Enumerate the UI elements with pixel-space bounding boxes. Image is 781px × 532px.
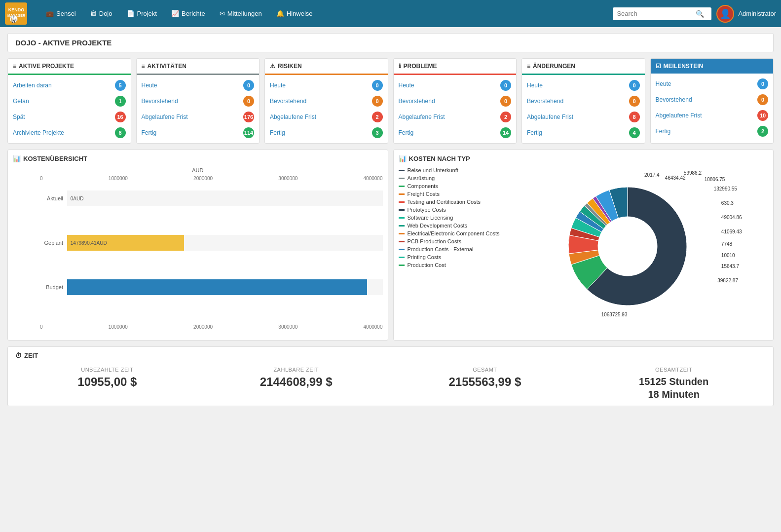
- svg-text:🥋: 🥋: [9, 15, 18, 23]
- stat-row-link[interactable]: Heute: [656, 80, 671, 87]
- stat-badge: 14: [500, 127, 511, 138]
- kostenubersicht-title: 📊 KOSTENÜBERSICHT: [13, 155, 383, 162]
- legend-label: Production Costs - External: [408, 246, 474, 252]
- donut-outer-label: 630.3: [721, 200, 734, 206]
- kostenubersicht-card: 📊 KOSTENÜBERSICHT AUD 010000002000000300…: [7, 150, 388, 341]
- stat-row-link[interactable]: Fertig: [656, 128, 671, 135]
- stat-row: Archivierte Projekte 8: [8, 125, 131, 141]
- stat-badge: 114: [243, 127, 254, 138]
- stat-badge: 0: [500, 80, 511, 91]
- stat-row-link[interactable]: Archivierte Projekte: [13, 129, 64, 136]
- stat-badge: 4: [629, 127, 640, 138]
- legend-color: [399, 217, 405, 219]
- stat-row-link[interactable]: Getan: [13, 98, 29, 105]
- stat-row-link[interactable]: Abgelaufene Frist: [270, 114, 316, 120]
- stat-row-link[interactable]: Spät: [13, 114, 25, 120]
- nav-hinweise[interactable]: 🔔 Hinweise: [270, 6, 319, 21]
- stat-row: Heute 0: [137, 77, 260, 93]
- stat-row: Fertig 114: [137, 125, 260, 141]
- user-area[interactable]: 👤 Administrator: [716, 5, 776, 23]
- stat-title: AKTIVITÄTEN: [148, 63, 186, 70]
- stat-row-link[interactable]: Bevorstehend: [142, 98, 178, 105]
- bar-row: Aktuell 0AUD: [40, 189, 383, 208]
- x-label: 0: [40, 324, 43, 330]
- stat-row-link[interactable]: Heute: [142, 82, 157, 89]
- stat-row-link[interactable]: Heute: [399, 82, 414, 89]
- legend-color: [399, 193, 405, 195]
- time-stats: UNBEZAHLTE ZEIT 10955,00 $ ZAHLBARE ZEIT…: [15, 367, 766, 401]
- stat-card-aktive_projekte: ≡ AKTIVE PROJEKTE Arbeiten daran 5 Getan…: [7, 58, 131, 144]
- stat-row-link[interactable]: Fertig: [399, 129, 414, 136]
- legend-item: Production Costs - External: [399, 246, 507, 252]
- x-label: 1000000: [109, 176, 128, 181]
- nav-mitteilungen[interactable]: ✉ Mitteilungen: [214, 6, 268, 21]
- stat-rows: Arbeiten daran 5 Getan 1 Spät 16 Archivi…: [8, 75, 131, 143]
- nav-dojo[interactable]: 🏛 Dojo: [84, 6, 118, 21]
- stat-row-link[interactable]: Arbeiten daran: [13, 82, 52, 89]
- x-label: 0: [40, 176, 43, 181]
- bar-label: Aktuell: [40, 195, 67, 201]
- stat-header: ☑ MEILENSTEIN: [651, 59, 774, 74]
- stat-row-link[interactable]: Heute: [270, 82, 286, 89]
- legend-label: Freight Costs: [408, 191, 440, 197]
- stat-badge: 0: [629, 96, 640, 107]
- stat-row-link[interactable]: Bevorstehend: [656, 96, 692, 103]
- stat-row-link[interactable]: Bevorstehend: [399, 98, 435, 105]
- time-stat: ZAHLBARE ZEIT 2144608,99 $: [204, 367, 388, 401]
- legend-color: [399, 178, 405, 179]
- bars-area: Aktuell 0AUD Geplant 1479890.41AUD Budge…: [40, 184, 383, 297]
- donut-outer-label: 15643.7: [721, 264, 739, 269]
- nav-projekt[interactable]: 📄 Projekt: [121, 6, 163, 21]
- stat-row-link[interactable]: Abgelaufene Frist: [399, 114, 445, 120]
- stat-row: Fertig 2: [651, 123, 774, 139]
- legend-color: [399, 241, 405, 242]
- stat-rows: Heute 0 Bevorstehend 0 Abgelaufene Frist…: [265, 75, 388, 143]
- stat-rows: Heute 0 Bevorstehend 0 Abgelaufene Frist…: [651, 74, 774, 142]
- stat-rows: Heute 0 Bevorstehend 0 Abgelaufene Frist…: [522, 75, 645, 143]
- stat-row-link[interactable]: Abgelaufene Frist: [527, 114, 573, 120]
- stat-row-link[interactable]: Bevorstehend: [270, 98, 306, 105]
- logo[interactable]: KENDO MANAGER 🥋: [5, 2, 30, 25]
- stat-row-link[interactable]: Bevorstehend: [527, 98, 563, 105]
- stat-icon: ℹ: [399, 63, 401, 70]
- page-title: DOJO - AKTIVE PROJEKTE: [15, 38, 766, 47]
- nav-items: 💼 Sensei 🏛 Dojo 📄 Projekt 📈 Berichte ✉ M…: [40, 6, 613, 21]
- stat-row-link[interactable]: Abgelaufene Frist: [656, 112, 702, 119]
- bar-track: 0AUD: [67, 190, 383, 206]
- stat-header: ≡ AKTIVITÄTEN: [137, 59, 260, 75]
- stat-row-link[interactable]: Fertig: [270, 129, 285, 136]
- search-icon: 🔍: [696, 10, 704, 18]
- stat-row-link[interactable]: Fertig: [142, 129, 157, 136]
- legend-item: Web Development Costs: [399, 223, 507, 228]
- avatar: 👤: [716, 5, 734, 23]
- stat-title: AKTIVE PROJEKTE: [19, 63, 74, 70]
- stat-badge: 2: [372, 112, 383, 122]
- stat-badge: 176: [243, 112, 254, 122]
- search-input[interactable]: [617, 10, 696, 17]
- stat-rows: Heute 0 Bevorstehend 0 Abgelaufene Frist…: [137, 75, 260, 143]
- charts-row: 📊 KOSTENÜBERSICHT AUD 010000002000000300…: [7, 150, 774, 341]
- stat-row-link[interactable]: Fertig: [527, 129, 542, 136]
- nav-sensei[interactable]: 💼 Sensei: [40, 6, 82, 21]
- stat-badge: 2: [500, 112, 511, 122]
- stat-row-link[interactable]: Heute: [527, 82, 543, 89]
- donut-svg: [558, 177, 697, 315]
- stat-header: ℹ PROBLEME: [394, 59, 517, 75]
- stat-badge: 0: [372, 96, 383, 107]
- stat-badge: 10: [757, 110, 768, 121]
- stat-row-link[interactable]: Abgelaufene Frist: [142, 114, 188, 120]
- stat-row: Heute 0: [265, 77, 388, 93]
- stat-badge: 0: [500, 96, 511, 107]
- legend-item: Testing and Certification Costs: [399, 199, 507, 205]
- nav-berichte[interactable]: 📈 Berichte: [165, 6, 211, 21]
- stats-grid: ≡ AKTIVE PROJEKTE Arbeiten daran 5 Getan…: [7, 58, 774, 144]
- x-axis-labels: 01000000200000030000004000000: [40, 176, 383, 181]
- legend-label: Printing Costs: [408, 254, 441, 260]
- bar-chart-container: AUD 01000000200000030000004000000 Aktuel…: [13, 167, 383, 335]
- time-stat-label: ZAHLBARE ZEIT: [204, 367, 388, 373]
- legend-label: Electrical/Electronic Component Costs: [408, 230, 500, 236]
- legend-item: Software Licensing: [399, 215, 507, 221]
- stat-card-aktivitaten: ≡ AKTIVITÄTEN Heute 0 Bevorstehend 0 Abg…: [136, 58, 260, 144]
- time-stat: UNBEZAHLTE ZEIT 10955,00 $: [15, 367, 199, 401]
- stat-row: Bevorstehend 0: [265, 93, 388, 109]
